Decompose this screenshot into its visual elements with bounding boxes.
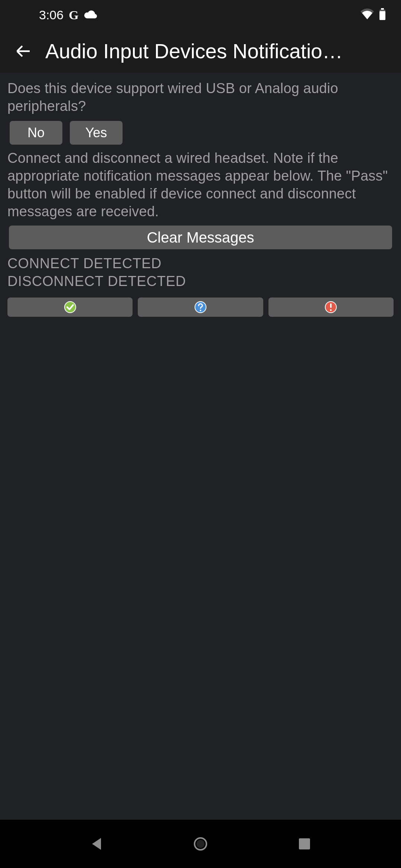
svg-rect-7 bbox=[330, 303, 332, 308]
svg-rect-0 bbox=[381, 8, 384, 10]
battery-icon bbox=[379, 8, 386, 22]
fail-button[interactable] bbox=[268, 297, 394, 317]
svg-point-10 bbox=[196, 840, 205, 848]
nav-recent-icon bbox=[298, 838, 311, 850]
message-disconnect: DISCONNECT DETECTED bbox=[7, 272, 394, 290]
alert-circle-icon bbox=[325, 301, 337, 313]
svg-point-3 bbox=[65, 302, 76, 313]
status-clock: 3:06 bbox=[39, 8, 63, 22]
cloud-icon bbox=[84, 8, 97, 22]
no-button[interactable]: No bbox=[10, 121, 62, 145]
system-nav-bar bbox=[0, 820, 401, 868]
status-bar: 3:06 G bbox=[0, 0, 401, 30]
messages-area: CONNECT DETECTED DISCONNECT DETECTED bbox=[7, 254, 394, 290]
svg-point-8 bbox=[330, 309, 332, 311]
nav-recent-button[interactable] bbox=[293, 833, 316, 855]
google-icon: G bbox=[69, 9, 78, 21]
question-circle-icon bbox=[194, 301, 207, 313]
message-connect: CONNECT DETECTED bbox=[7, 254, 394, 272]
arrow-left-icon bbox=[15, 43, 31, 59]
nav-back-button[interactable] bbox=[85, 833, 108, 855]
pass-button[interactable] bbox=[7, 297, 133, 317]
nav-home-icon bbox=[192, 836, 209, 852]
no-button-label: No bbox=[27, 125, 45, 141]
wifi-icon bbox=[360, 9, 374, 21]
svg-rect-2 bbox=[379, 11, 385, 20]
svg-rect-11 bbox=[299, 838, 310, 849]
nav-home-button[interactable] bbox=[189, 833, 212, 855]
clear-messages-button[interactable]: Clear Messages bbox=[9, 226, 392, 249]
result-buttons bbox=[7, 297, 394, 317]
yes-button[interactable]: Yes bbox=[70, 121, 123, 145]
status-left: 3:06 G bbox=[39, 8, 97, 22]
check-circle-icon bbox=[64, 301, 76, 313]
info-button[interactable] bbox=[138, 297, 263, 317]
back-button[interactable] bbox=[11, 39, 35, 63]
content-area: Does this device support wired USB or An… bbox=[0, 73, 401, 820]
clear-messages-label: Clear Messages bbox=[147, 229, 254, 246]
nav-back-icon bbox=[90, 836, 103, 851]
page-title: Audio Input Devices Notificatio… bbox=[45, 39, 391, 63]
yes-button-label: Yes bbox=[85, 125, 107, 141]
support-prompt: Does this device support wired USB or An… bbox=[7, 79, 394, 115]
svg-point-5 bbox=[200, 310, 201, 311]
status-right bbox=[360, 8, 386, 22]
instructions-text: Connect and disconnect a wired headset. … bbox=[7, 149, 394, 220]
app-bar: Audio Input Devices Notificatio… bbox=[0, 30, 401, 73]
